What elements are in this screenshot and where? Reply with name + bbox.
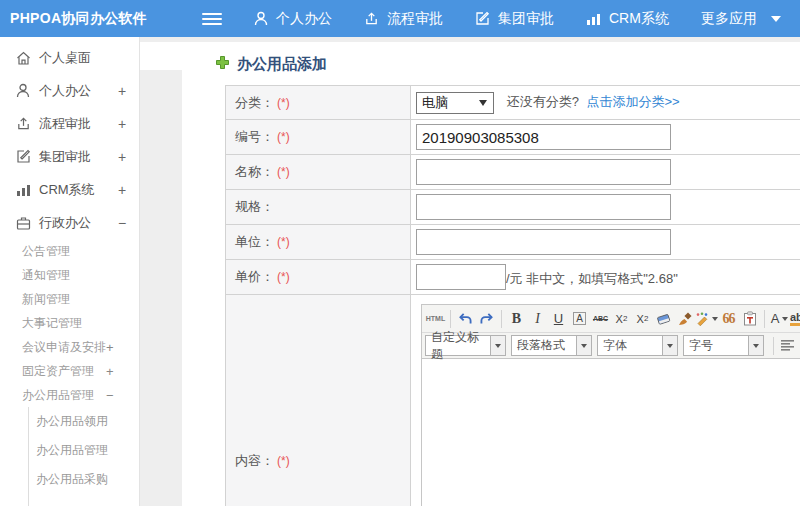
select-arrow-icon (479, 100, 487, 106)
user-icon (254, 11, 268, 26)
form-row-spec: 规格： (226, 190, 800, 225)
required-mark: (*) (277, 235, 290, 249)
rich-text-editor: HTML B I U A ABC X2 (421, 304, 800, 506)
nav-crm[interactable]: CRM系统 (586, 10, 669, 28)
category-select[interactable]: 电脑 (416, 92, 494, 114)
form-row-category: 分类：(*) 电脑 还没有分类? 点击添加分类>> (226, 86, 800, 120)
sidebar-item-label: 流程审批 (39, 115, 91, 133)
supply-add-form: 分类：(*) 电脑 还没有分类? 点击添加分类>> 编号：(*) 名称：(*) … (225, 85, 800, 506)
expand-toggle[interactable]: + (118, 149, 126, 165)
sidebar-item-personal-office[interactable]: 个人办公 + (0, 74, 139, 107)
paragraph-format-dropdown[interactable]: 段落格式 (511, 335, 592, 356)
nav-process-approval[interactable]: 流程审批 (364, 10, 443, 28)
sidebar-item-label: 个人办公 (39, 82, 91, 100)
sidebar-item-office-supplies-mgmt[interactable]: 办公用品管理 − (0, 383, 139, 407)
expand-toggle[interactable]: + (118, 83, 126, 99)
align-left-icon[interactable] (781, 340, 795, 351)
sidebar-item-announcement-mgmt[interactable]: 公告管理 (0, 239, 139, 263)
field-label: 编号： (235, 129, 274, 144)
content-panel: 办公用品添加 分类：(*) 电脑 还没有分类? 点击添加分类>> 编号：(*) … (182, 42, 800, 506)
name-input[interactable] (416, 159, 671, 185)
sidebar: 个人桌面 个人办公 + 流程审批 + 集团审批 + CRM系统 + 行政办公 − (0, 37, 140, 506)
subscript-button[interactable]: X2 (632, 309, 653, 329)
user-icon (16, 83, 32, 98)
spec-input[interactable] (416, 194, 671, 220)
expand-toggle[interactable]: + (118, 116, 126, 132)
sidebar-item-supplies-purchase[interactable]: 办公用品采购 (29, 465, 139, 494)
price-input[interactable] (416, 264, 506, 290)
sidebar-item-meeting-mgmt[interactable]: 会议申请及安排 + (0, 335, 139, 359)
sidebar-item-supplies-manage[interactable]: 办公用品管理 (29, 436, 139, 465)
chevron-down-icon (576, 336, 591, 355)
unit-input[interactable] (416, 229, 671, 255)
font-family-dropdown[interactable]: 字体 (597, 335, 678, 356)
topbar: PHPOA协同办公软件 个人办公 流程审批 集团审批 CRM系统 更多应用 (0, 0, 800, 37)
redo-icon[interactable] (476, 309, 497, 329)
sidebar-item-label: 行政办公 (39, 214, 91, 232)
main-left-gutter (140, 70, 182, 506)
field-label: 分类： (235, 95, 274, 110)
sidebar-item-supplies-receive[interactable]: 办公用品领用 (29, 407, 139, 436)
form-row-unit: 单位：(*) (226, 225, 800, 260)
nav-label: 更多应用 (701, 10, 757, 28)
no-category-hint: 还没有分类? (507, 94, 579, 109)
font-color-button[interactable]: A (769, 309, 790, 329)
nav-group-approval[interactable]: 集团审批 (475, 10, 554, 28)
source-code-button[interactable]: HTML (425, 309, 446, 329)
highlight-color-button[interactable]: ab (790, 309, 800, 329)
sidebar-item-admin-office[interactable]: 行政办公 − (0, 206, 139, 239)
app-logo: PHPOA协同办公软件 (10, 10, 188, 28)
sidebar-item-label: 集团审批 (39, 148, 91, 166)
undo-icon[interactable] (455, 309, 476, 329)
chevron-down-icon (662, 336, 677, 355)
expand-toggle[interactable]: − (118, 215, 126, 231)
add-plus-icon (215, 55, 230, 74)
sidebar-item-label: CRM系统 (39, 181, 95, 199)
editor-content-area[interactable] (422, 359, 800, 506)
editor-toolbar-bottom: 自定义标题 段落格式 字体 字号 (422, 333, 800, 359)
strikethrough-button[interactable]: ABC (590, 309, 611, 329)
underline-button[interactable]: U (548, 309, 569, 329)
eraser-icon[interactable] (653, 309, 674, 329)
paste-text-icon[interactable] (739, 309, 760, 329)
custom-title-dropdown[interactable]: 自定义标题 (425, 335, 506, 356)
field-label: 单位： (235, 234, 274, 249)
upload-arrow-icon (16, 116, 32, 131)
sidebar-item-fixed-assets-mgmt[interactable]: 固定资产管理 + (0, 359, 139, 383)
sidebar-item-process-approval[interactable]: 流程审批 + (0, 107, 139, 140)
code-input[interactable] (416, 124, 671, 150)
page-title: 办公用品添加 (237, 55, 327, 74)
required-mark: (*) (277, 270, 290, 284)
field-label: 单价： (235, 269, 274, 284)
nav-label: 个人办公 (276, 10, 332, 28)
superscript-button[interactable]: X2 (611, 309, 632, 329)
field-label: 名称： (235, 164, 274, 179)
edit-icon (475, 11, 490, 26)
bold-button[interactable]: B (506, 309, 527, 329)
add-category-link[interactable]: 点击添加分类>> (586, 94, 679, 109)
font-name-button[interactable]: A (573, 312, 586, 325)
menu-toggle-icon[interactable] (202, 10, 222, 28)
sidebar-item-group-approval[interactable]: 集团审批 + (0, 140, 139, 173)
sidebar-item-desktop[interactable]: 个人桌面 (0, 41, 139, 74)
blockquote-button[interactable]: 66 (718, 309, 739, 329)
nav-personal-office[interactable]: 个人办公 (254, 10, 332, 28)
required-mark: (*) (277, 165, 290, 179)
category-label-cell: 分类：(*) (226, 86, 411, 120)
font-size-dropdown[interactable]: 字号 (683, 335, 764, 356)
sidebar-item-crm[interactable]: CRM系统 + (0, 173, 139, 206)
required-mark: (*) (277, 130, 290, 144)
sidebar-item-news-mgmt[interactable]: 新闻管理 (0, 287, 139, 311)
nav-more-apps[interactable]: 更多应用 (701, 10, 781, 28)
bar-chart-icon (16, 183, 32, 197)
format-paint-icon[interactable] (695, 309, 718, 329)
upload-arrow-icon (364, 11, 379, 26)
sidebar-item-memorabilia-mgmt[interactable]: 大事记管理 (0, 311, 139, 335)
expand-toggle[interactable]: + (118, 182, 126, 198)
category-select-value: 电脑 (422, 94, 448, 112)
nav-label: 流程审批 (387, 10, 443, 28)
italic-button[interactable]: I (527, 309, 548, 329)
sidebar-item-notice-mgmt[interactable]: 通知管理 (0, 263, 139, 287)
form-row-price: 单价：(*) /元 非中文，如填写格式"2.68" (226, 260, 800, 295)
brush-icon[interactable] (674, 309, 695, 329)
